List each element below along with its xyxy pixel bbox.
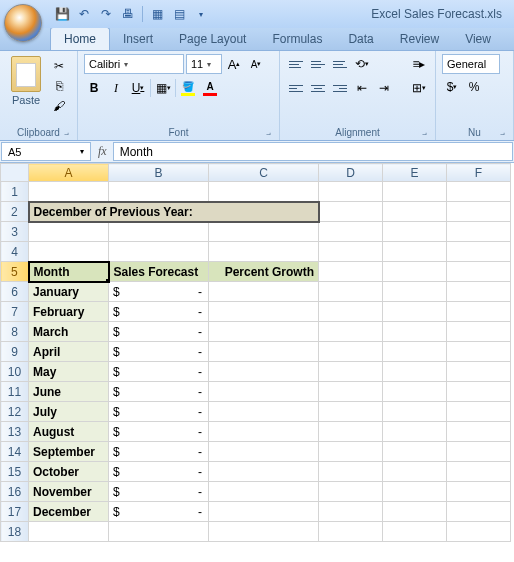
cell-sales[interactable]: $-: [109, 302, 209, 322]
cell-month[interactable]: December: [29, 502, 109, 522]
col-header-D[interactable]: D: [319, 164, 383, 182]
cell[interactable]: [447, 182, 511, 202]
row-header[interactable]: 12: [1, 402, 29, 422]
cell-month[interactable]: June: [29, 382, 109, 402]
cell[interactable]: [209, 522, 319, 542]
cell-growth[interactable]: [209, 342, 319, 362]
cell[interactable]: [447, 522, 511, 542]
grow-font-button[interactable]: A▴: [224, 54, 244, 74]
bold-button[interactable]: B: [84, 78, 104, 98]
cell-sales[interactable]: $-: [109, 282, 209, 302]
select-all-corner[interactable]: [1, 164, 29, 182]
cell[interactable]: [383, 322, 447, 342]
cell[interactable]: [447, 402, 511, 422]
cell[interactable]: [447, 422, 511, 442]
cell-month[interactable]: February: [29, 302, 109, 322]
cell[interactable]: [209, 222, 319, 242]
row-header[interactable]: 1: [1, 182, 29, 202]
name-box[interactable]: A5 ▾: [1, 142, 91, 161]
fx-icon[interactable]: fx: [98, 144, 107, 159]
cell[interactable]: [29, 182, 109, 202]
cell[interactable]: [319, 382, 383, 402]
cell-sales[interactable]: $-: [109, 382, 209, 402]
col-header-A[interactable]: A: [29, 164, 109, 182]
cell[interactable]: [109, 222, 209, 242]
cell-growth[interactable]: [209, 482, 319, 502]
cell[interactable]: [319, 522, 383, 542]
row-header[interactable]: 17: [1, 502, 29, 522]
col-header-F[interactable]: F: [447, 164, 511, 182]
cell[interactable]: [383, 282, 447, 302]
cell[interactable]: [447, 462, 511, 482]
row-header[interactable]: 8: [1, 322, 29, 342]
cell-month[interactable]: August: [29, 422, 109, 442]
cell-growth[interactable]: [209, 422, 319, 442]
cell-growth[interactable]: [209, 282, 319, 302]
cell[interactable]: [447, 222, 511, 242]
cell[interactable]: [29, 242, 109, 262]
increase-indent-button[interactable]: ⇥: [374, 78, 394, 98]
office-button[interactable]: [4, 4, 42, 42]
cell-header-sales[interactable]: Sales Forecast: [109, 262, 209, 282]
align-left-button[interactable]: [286, 78, 306, 98]
cell[interactable]: [383, 362, 447, 382]
tab-formulas[interactable]: Formulas: [259, 28, 335, 50]
cell[interactable]: [319, 462, 383, 482]
row-header[interactable]: 5: [1, 262, 29, 282]
cell[interactable]: [447, 322, 511, 342]
qat-dropdown-icon[interactable]: ▾: [193, 6, 209, 22]
border-button[interactable]: ▦▾: [153, 78, 173, 98]
cell[interactable]: [383, 222, 447, 242]
cell[interactable]: [29, 522, 109, 542]
undo-icon[interactable]: ↶: [76, 6, 92, 22]
cell[interactable]: [383, 462, 447, 482]
decrease-indent-button[interactable]: ⇤: [352, 78, 372, 98]
cell[interactable]: [447, 482, 511, 502]
cell[interactable]: [447, 302, 511, 322]
tab-home[interactable]: Home: [50, 27, 110, 50]
cell-month[interactable]: May: [29, 362, 109, 382]
cell-growth[interactable]: [209, 462, 319, 482]
cell[interactable]: [109, 522, 209, 542]
row-header[interactable]: 6: [1, 282, 29, 302]
tab-page-layout[interactable]: Page Layout: [166, 28, 259, 50]
cell[interactable]: [319, 222, 383, 242]
cell[interactable]: [383, 262, 447, 282]
font-color-button[interactable]: A: [200, 78, 220, 98]
cell[interactable]: [447, 382, 511, 402]
row-header[interactable]: 15: [1, 462, 29, 482]
tab-data[interactable]: Data: [335, 28, 386, 50]
row-header[interactable]: 9: [1, 342, 29, 362]
cell-month[interactable]: January: [29, 282, 109, 302]
row-header[interactable]: 4: [1, 242, 29, 262]
cell-sales[interactable]: $-: [109, 402, 209, 422]
cell[interactable]: [447, 282, 511, 302]
worksheet-grid[interactable]: A B C D E F 1 2December of Previous Year…: [0, 163, 514, 542]
cell[interactable]: [319, 502, 383, 522]
cell[interactable]: [383, 382, 447, 402]
cell-growth[interactable]: [209, 502, 319, 522]
cell-growth[interactable]: [209, 442, 319, 462]
align-top-button[interactable]: [286, 54, 306, 74]
row-header[interactable]: 18: [1, 522, 29, 542]
cell-month[interactable]: July: [29, 402, 109, 422]
chevron-down-icon[interactable]: ▾: [80, 147, 84, 156]
align-bottom-button[interactable]: [330, 54, 350, 74]
cell[interactable]: [209, 242, 319, 262]
cell-growth[interactable]: [209, 402, 319, 422]
cut-icon[interactable]: ✂: [50, 58, 68, 74]
row-header[interactable]: 11: [1, 382, 29, 402]
cell[interactable]: [109, 242, 209, 262]
cell[interactable]: [447, 342, 511, 362]
number-format-combo[interactable]: General: [442, 54, 500, 74]
row-header[interactable]: 2: [1, 202, 29, 222]
cell-header-growth[interactable]: Percent Growth: [209, 262, 319, 282]
cell[interactable]: [319, 242, 383, 262]
underline-button[interactable]: U▾: [128, 78, 148, 98]
cell[interactable]: [447, 362, 511, 382]
cell-sales[interactable]: $-: [109, 502, 209, 522]
cell[interactable]: [447, 202, 511, 222]
cell-month[interactable]: March: [29, 322, 109, 342]
cell[interactable]: [319, 342, 383, 362]
cell-sales[interactable]: $-: [109, 482, 209, 502]
